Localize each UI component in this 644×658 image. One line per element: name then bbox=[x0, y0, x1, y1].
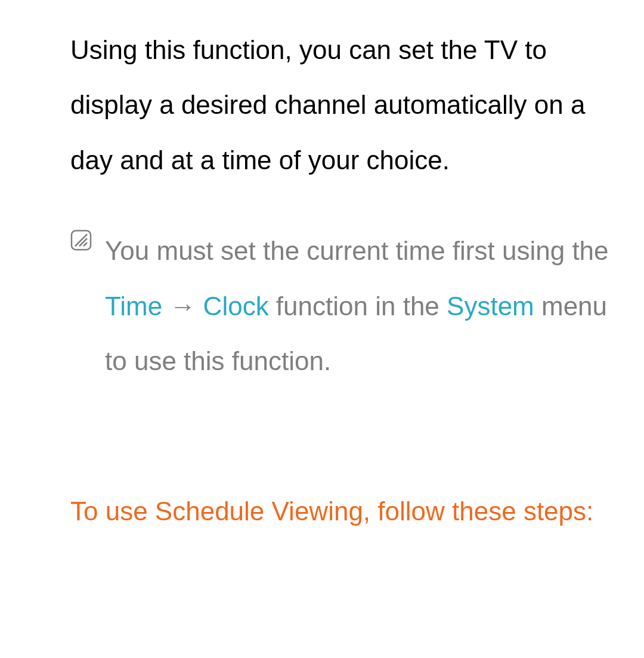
steps-heading: To use Schedule Viewing, follow these st… bbox=[70, 484, 633, 539]
menu-path-time: Time bbox=[105, 291, 162, 321]
menu-path-system: System bbox=[447, 291, 534, 321]
note-block: You must set the current time first usin… bbox=[70, 224, 633, 389]
function-description-paragraph: Using this function, you can set the TV … bbox=[70, 23, 633, 188]
note-segment-2: function in the bbox=[269, 291, 447, 321]
note-text: You must set the current time first usin… bbox=[105, 224, 630, 389]
svg-line-2 bbox=[79, 238, 87, 246]
note-icon bbox=[70, 229, 92, 253]
menu-path-arrow: → bbox=[162, 291, 203, 321]
menu-path-clock: Clock bbox=[203, 291, 269, 321]
svg-line-3 bbox=[83, 243, 87, 246]
note-segment-1: You must set the current time first usin… bbox=[105, 236, 609, 265]
